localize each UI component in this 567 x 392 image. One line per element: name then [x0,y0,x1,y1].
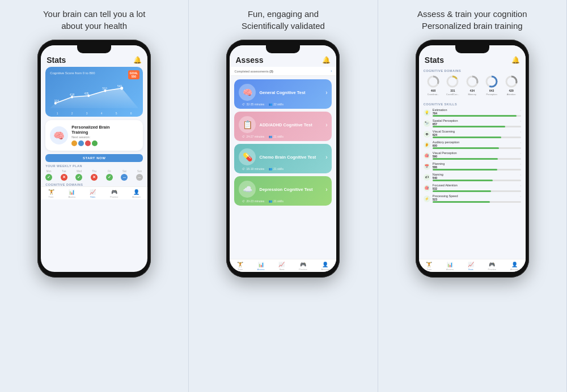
screen-stats-1: Stats 🔔 Cognitive Score from 0 to 800 GO… [41,45,147,272]
nav-assess[interactable]: 📊Assess [68,189,75,198]
day-sat: Sat — [121,170,128,181]
depression-test-arrow: › [325,186,327,193]
domain-coord-coo: 331 Coord/Coo... [446,75,459,96]
svg-text:543: 543 [117,84,122,87]
nav-train-3[interactable]: 🏋️Train [426,262,432,271]
nav-account-3[interactable]: 👤Account [510,262,518,271]
nav-train-2[interactable]: 🏋️Train [237,262,243,271]
nav-assess-3[interactable]: 📊Assess [446,262,454,271]
svg-marker-0 [50,88,138,108]
week-days: Mon ✓ Tue ✕ Wed ✓ Thu ✕ [45,170,143,181]
panel-2: Fun, engaging andScientifically validate… [189,0,378,392]
svg-text:418: 418 [70,93,74,96]
training-title: Personalized BrainTraining [71,125,138,135]
skill-naming: 🏷 Naming› 540 [424,173,521,181]
chemo-test-arrow: › [325,154,327,160]
assess-card-general[interactable]: 🧠 General Cognitive Test › ⏱ 32-35 minut… [234,79,332,109]
cog-domains-section-label: COGNITIVE DOMAINS [424,69,521,73]
nav-stats[interactable]: 📈Stats [90,189,96,198]
adhd-test-meta: ⏱ 24-27 minutes 👥 21 skills [239,135,327,138]
adhd-test-name: ADD/ADHD Cognitive Test [259,122,322,127]
assess-title: Assess [235,56,263,65]
chart-svg: 324 418 435 510 543 [50,77,138,108]
panel-3: Assess & train your cognitionPersonalize… [378,0,567,392]
completed-bar[interactable]: Completed assessments (3) › [230,67,336,76]
auditory-icon: 👂 [424,142,430,148]
panel-1: Your brain can tell you a lotabout your … [0,0,189,392]
skill-spatial: 🔭 Spatial Perception› 657 [424,119,521,127]
nav-practice-2[interactable]: 🎮Practice [299,262,307,271]
domain-circles: 468 Coordinat... 331 Coord/Coo... 434 Me… [424,75,521,96]
bottom-nav-2: 🏋️Train 📊Assess 📈Stats 🎮Practice 👤Accoun… [230,259,336,272]
spatial-icon: 🔭 [424,120,430,127]
nav-practice-3[interactable]: 🎮Practice [488,262,496,271]
svg-text:510: 510 [103,87,107,90]
nav-practice[interactable]: 🎮Practice [110,189,118,198]
skill-estimation: 💡 Estimation› 764 [424,108,521,117]
chart-label: Cognitive Score from 0 to 800 [50,71,138,75]
assess-card-depression[interactable]: ☁️ Depression Cognitive Test › ⏱ 20-23 m… [234,176,332,206]
visual-scanning-icon: 👁 [424,131,430,138]
weekly-plan-label: YOUR WEEKLY PLAN [45,164,143,168]
skill-focused: 🎯 Focused Attention› 532 [424,184,521,192]
chevron-right-icon: › [331,69,332,73]
bell-icon: 🔔 [133,56,142,64]
start-now-button[interactable]: START NOW [45,154,143,162]
estimation-icon: 💡 [424,109,430,116]
skills-section-label: COGNITIVE SKILLS [424,103,521,106]
day-tue: Tue ✕ [61,170,67,181]
general-test-name: General Cognitive Test [259,90,322,95]
phone-3: Stats 🔔 COGNITIVE DOMAINS 468 Coordinat.… [416,40,529,278]
domain-attention: 429 Attention [505,75,518,96]
skill-visual-perception: 🎯 Visual Perception› 590 [424,151,521,160]
skill-processing-speed: ⚡ Processing Speed› 523 [424,194,521,203]
phone-notch-1 [77,45,111,53]
weekly-plan-section: YOUR WEEKLY PLAN Mon ✓ Tue ✕ Wed ✓ [41,164,147,181]
processing-speed-icon: ⚡ [424,195,430,202]
visual-perception-icon: 🎯 [424,152,430,159]
chemo-test-icon: 💊 [239,148,256,165]
score-chart: Cognitive Score from 0 to 800 GOAL550 [45,67,143,117]
training-sub: Next session: [71,135,138,139]
day-sun: Sun — [136,170,143,181]
svg-text:324: 324 [54,99,59,103]
domain-perception: 643 Perception [485,75,498,96]
day-mon: Mon ✓ [45,170,52,181]
bottom-nav-3: 🏋️Train 📊Assess 📈Stats 🎮Practice 👤Accoun… [419,259,526,272]
brain-icon: 🧠 [50,126,68,144]
domain-coordination: 468 Coordinat... [426,75,440,96]
planning-icon: 📅 [424,163,430,170]
bottom-nav-1: 🏋️Train 📊Assess 📈Stats 🎮Practice 👤Accoun… [41,186,147,199]
chart-x-labels: 123 456 [50,112,138,115]
day-thu: Thu ✕ [91,170,98,181]
goal-badge: GOAL550 [128,70,139,79]
skill-auditory: 👂 Auditory perception› 600 [424,140,521,149]
day-fri: Fri ✓ [106,170,113,181]
depression-test-name: Depression Cognitive Test [259,187,322,192]
nav-account-2[interactable]: 👤Account [321,262,329,271]
nav-stats-3[interactable]: 📈Stats [468,262,474,271]
adhd-test-icon: 📋 [239,116,256,133]
general-test-arrow: › [325,90,327,96]
training-text: Personalized BrainTraining Next session: [71,125,138,146]
nav-train[interactable]: 🏋️Train [48,189,54,198]
naming-icon: 🏷 [424,174,430,181]
general-test-meta: ⏱ 32-35 minutes 👥 22 skills [239,103,327,106]
nav-assess-2[interactable]: 📊Assess [257,262,265,271]
completed-label: Completed assessments (3) [234,70,273,73]
depression-test-icon: ☁️ [239,181,256,198]
domain-memory: 434 Memory [466,75,479,96]
phone-2: Assess 🔔 Completed assessments (3) › 🧠 G… [226,40,340,278]
stats3-title: Stats [425,56,444,65]
screen-stats-3: Stats 🔔 COGNITIVE DOMAINS 468 Coordinat.… [419,45,526,272]
skill-visual-scanning: 👁 Visual Scanning› 624 [424,130,521,138]
phone-notch-2 [266,45,300,53]
general-test-icon: 🧠 [239,84,256,101]
training-card: 🧠 Personalized BrainTraining Next sessio… [45,120,143,151]
nav-account[interactable]: 👤Account [132,189,140,198]
nav-stats-2[interactable]: 📈Stats [278,262,285,271]
assess-card-chemo[interactable]: 💊 Chemo Brain Cognitive Test › ⏱ 16-19 m… [234,144,332,173]
panel-1-title: Your brain can tell you a lotabout your … [43,8,145,33]
screen-assess: Assess 🔔 Completed assessments (3) › 🧠 G… [230,45,336,272]
assess-card-adhd[interactable]: 📋 ADD/ADHD Cognitive Test › ⏱ 24-27 minu… [234,112,332,141]
